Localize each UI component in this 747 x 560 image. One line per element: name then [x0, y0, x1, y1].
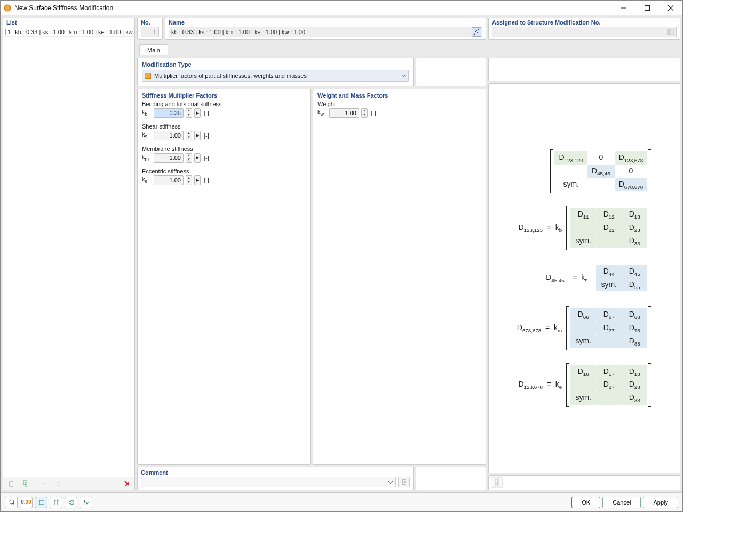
name-box: Name kb : 0.33 | ks : 1.00 | km : 1.00 |… — [165, 18, 486, 40]
modification-type-select[interactable]: Multiplier factors of partial stiffnesse… — [142, 70, 409, 82]
svg-rect-12 — [403, 479, 406, 485]
cancel-button[interactable]: Cancel — [602, 497, 641, 508]
preview-tool-button[interactable] — [491, 477, 503, 488]
assigned-label: Assigned to Structure Modification No. — [492, 19, 677, 26]
assigned-input[interactable] — [492, 27, 677, 37]
ks-input[interactable] — [154, 131, 184, 140]
type-color-icon — [145, 73, 151, 79]
comment-edit-button[interactable] — [398, 477, 410, 487]
close-button[interactable] — [659, 1, 682, 15]
name-input[interactable]: kb : 0.33 | ks : 1.00 | km : 1.00 | ke :… — [169, 27, 482, 37]
km-spin[interactable]: ▲▼ — [186, 153, 192, 163]
titlebar: New Surface Stiffness Modification — [1, 1, 682, 15]
preview-toolbar — [488, 475, 680, 490]
kb-label: Bending and torsional stiffness — [142, 101, 306, 107]
svg-rect-15 — [495, 483, 498, 486]
color-swatch — [5, 29, 6, 35]
comment-aux-panel — [416, 467, 486, 490]
tab-main[interactable]: Main — [139, 44, 168, 55]
delete-item-button[interactable] — [121, 478, 132, 489]
assigned-box: Assigned to Structure Modification No. — [488, 18, 680, 40]
svg-point-0 — [4, 5, 11, 11]
dialog-window: New Surface Stiffness Modification List … — [0, 0, 683, 512]
km-symbol: km — [142, 154, 152, 162]
units-button[interactable]: 0,00 — [20, 497, 33, 508]
ke-input[interactable] — [154, 175, 184, 185]
window-title: New Surface Stiffness Modification — [14, 4, 612, 12]
comment-input[interactable] — [141, 477, 396, 487]
svg-rect-5 — [10, 482, 13, 486]
picker-icon — [667, 28, 674, 36]
list-toolbar: ✳ — [3, 477, 134, 490]
svg-rect-13 — [495, 479, 498, 482]
name-label: Name — [169, 19, 482, 26]
svg-rect-19 — [39, 500, 44, 505]
view-d-button[interactable]: fₓ — [80, 497, 92, 508]
fx-icon: fₓ — [83, 498, 89, 506]
svg-point-17 — [10, 500, 14, 504]
view-a-button[interactable] — [35, 497, 47, 508]
kw-symbol: kw — [317, 109, 327, 117]
no-box: No. 1 — [137, 18, 163, 40]
note-icon — [402, 478, 406, 486]
window-controls — [612, 1, 682, 15]
tabstrip: Main — [137, 42, 680, 55]
km-unit: [-] — [204, 155, 209, 161]
km-dropdown[interactable]: ▶ — [194, 153, 201, 163]
help-button[interactable] — [5, 497, 18, 508]
ke-label: Eccentric stiffness — [142, 168, 306, 174]
km-input[interactable] — [154, 153, 184, 163]
ke-dropdown[interactable]: ▶ — [194, 175, 201, 185]
ke-unit: [-] — [204, 177, 209, 183]
view-b-button[interactable] — [50, 497, 62, 508]
kw-input[interactable] — [329, 108, 359, 118]
apply-button[interactable]: Apply — [643, 497, 678, 508]
list-row-index: 1 — [7, 29, 13, 35]
modification-type-group: Modification Type Multiplier factors of … — [137, 58, 414, 86]
edit-name-button[interactable] — [472, 27, 481, 37]
comment-box: Comment — [137, 467, 414, 490]
ok-button[interactable]: OK — [571, 497, 600, 508]
weight-title: Weight and Mass Factors — [317, 92, 481, 99]
kb-input[interactable] — [154, 108, 184, 118]
layers-icon — [68, 499, 74, 506]
kw-unit: [-] — [371, 110, 376, 116]
modification-type-label: Modification Type — [142, 61, 409, 68]
new-item-button[interactable]: ✳ — [5, 478, 17, 489]
list-body[interactable]: 1 kb : 0.33 | ks : 1.00 | km : 1.00 | ke… — [3, 27, 134, 477]
stiffness-title: Stiffness Multiplier Factors — [142, 92, 306, 99]
bottom-bar: 0,00 fₓ OK Cancel Apply — [1, 492, 682, 511]
no-input[interactable]: 1 — [141, 27, 159, 37]
tool-b-button[interactable] — [52, 478, 64, 489]
list-panel: List 1 kb : 0.33 | ks : 1.00 | km : 1.00… — [3, 18, 135, 490]
list-header: List — [3, 18, 134, 27]
svg-rect-2 — [645, 5, 650, 10]
tool-a-button[interactable] — [38, 478, 50, 489]
kb-symbol: kb — [142, 109, 152, 117]
list-row-text: kb : 0.33 | ks : 1.00 | km : 1.00 | ke :… — [15, 29, 134, 35]
kb-spin[interactable]: ▲▼ — [186, 108, 192, 118]
minimize-button[interactable] — [612, 1, 635, 15]
stiffness-group: Stiffness Multiplier Factors Bending and… — [137, 89, 311, 465]
magnifier-icon — [9, 499, 14, 506]
svg-line-18 — [13, 503, 14, 506]
no-label: No. — [141, 19, 159, 26]
view-c-button[interactable] — [65, 497, 77, 508]
ks-symbol: ks — [142, 131, 152, 139]
ks-dropdown[interactable]: ▶ — [194, 131, 201, 140]
list-row[interactable]: 1 kb : 0.33 | ks : 1.00 | km : 1.00 | ke… — [3, 27, 134, 37]
model-icon — [53, 499, 59, 506]
app-icon — [4, 4, 11, 12]
ks-label: Shear stiffness — [142, 123, 306, 130]
kb-dropdown[interactable]: ▶ — [194, 108, 201, 118]
copy-item-button[interactable] — [19, 478, 31, 489]
kw-spin[interactable]: ▲▼ — [361, 108, 368, 118]
maximize-button[interactable] — [635, 1, 659, 15]
ke-spin[interactable]: ▲▼ — [186, 175, 192, 185]
preview-placeholder — [488, 58, 680, 81]
grid-icon — [495, 479, 499, 486]
rect-icon — [38, 499, 44, 506]
ks-spin[interactable]: ▲▼ — [186, 131, 192, 140]
pick-assigned-button[interactable] — [666, 27, 676, 37]
kw-label: Weight — [317, 101, 481, 107]
